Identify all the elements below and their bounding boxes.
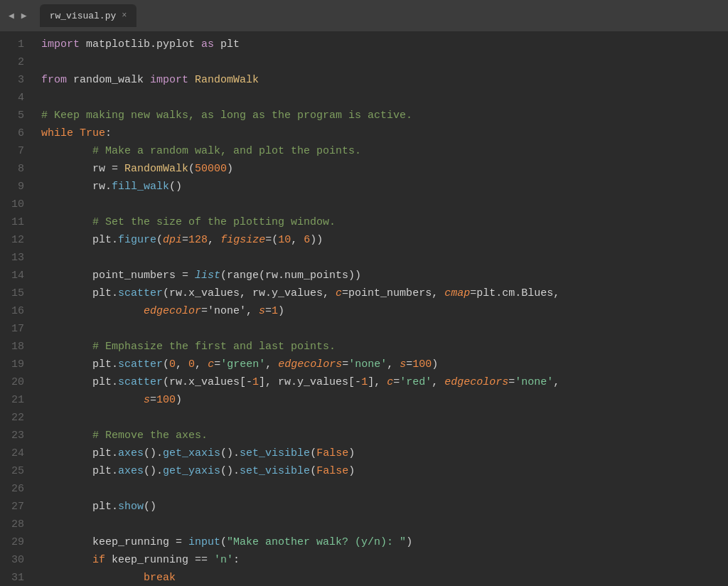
code-token: point_numbers = — [41, 270, 195, 282]
code-token: ='none', — [201, 305, 259, 317]
code-token: while — [41, 127, 73, 139]
table-row: # Make a random walk, and plot the point… — [41, 142, 721, 160]
nav-right-icon[interactable]: ▶ — [18, 9, 30, 23]
code-token: s — [144, 394, 150, 406]
table-row: from random_walk import RandomWalk — [41, 71, 721, 89]
table-row: plt.axes().get_yaxis().set_visible(False… — [41, 462, 721, 480]
table-row: point_numbers = list(range(rw.num_points… — [41, 267, 721, 284]
code-token: (rw.x_values[- — [163, 376, 252, 388]
code-token: plt. — [41, 501, 118, 513]
line-number: 4 — [0, 89, 34, 107]
code-token: = — [214, 358, 220, 371]
line-number: 19 — [0, 356, 34, 373]
line-number: 1 — [0, 36, 34, 53]
code-token: ) — [348, 447, 355, 459]
code-token — [41, 341, 92, 353]
code-token: set_visible — [240, 465, 310, 477]
code-token: plt. — [41, 465, 118, 477]
code-token: 'n' — [214, 554, 233, 566]
code-token: figsize — [220, 234, 265, 246]
tab-close-icon[interactable]: × — [122, 11, 127, 21]
table-row: plt.show() — [41, 498, 721, 516]
nav-left-icon[interactable]: ◀ — [6, 9, 17, 23]
table-row: plt.scatter(0, 0, c='green', edgecolors=… — [41, 356, 721, 373]
line-number: 17 — [0, 320, 34, 338]
code-token: from — [41, 74, 67, 86]
code-token: ) — [432, 358, 438, 371]
line-number: 20 — [0, 373, 34, 391]
code-token: 0 — [188, 358, 195, 371]
code-token: plt — [214, 38, 240, 50]
table-row: while True: — [41, 124, 721, 142]
code-token: = — [508, 376, 515, 388]
code-token: plt. — [41, 234, 118, 246]
code-token: edgecolors — [278, 358, 342, 371]
code-token: plt. — [41, 287, 118, 299]
code-token: , — [208, 234, 220, 246]
line-number: 3 — [0, 71, 34, 89]
line-number: 13 — [0, 249, 34, 267]
table-row: if keep_running == 'n': — [41, 551, 721, 569]
code-token: = — [342, 358, 348, 371]
code-token: 'none' — [515, 376, 553, 388]
code-content[interactable]: import matplotlib.pyplot as plt from ran… — [34, 31, 728, 586]
table-row: # Emphasize the first and last points. — [41, 338, 721, 356]
table-row — [41, 249, 721, 267]
code-token: c — [208, 358, 214, 371]
code-token: (). — [220, 447, 240, 459]
code-token: show — [118, 501, 144, 513]
table-row — [41, 409, 721, 427]
code-token: 1 — [361, 376, 368, 388]
line-number: 25 — [0, 462, 34, 480]
line-number: 26 — [0, 480, 34, 498]
table-row: edgecolor='none', s=1) — [41, 302, 721, 320]
line-number: 28 — [0, 516, 34, 533]
code-token: =point_numbers, — [342, 287, 444, 299]
table-row — [41, 320, 721, 338]
code-token: True — [80, 127, 105, 139]
code-token: scatter — [118, 376, 163, 388]
code-token: edgecolors — [444, 376, 508, 388]
line-number: 18 — [0, 338, 34, 356]
code-token: if — [92, 554, 105, 566]
code-token: , — [553, 376, 560, 388]
table-row: break — [41, 569, 721, 586]
table-row: plt.axes().get_xaxis().set_visible(False… — [41, 444, 721, 462]
line-number: 24 — [0, 444, 34, 462]
code-token: 10 — [278, 234, 291, 246]
table-row — [41, 89, 721, 107]
code-token: ( — [163, 358, 169, 371]
code-token: ], rw.y_values[- — [259, 376, 361, 388]
code-token: ], — [368, 376, 387, 388]
code-token: keep_running == — [105, 554, 214, 566]
code-token: (). — [144, 465, 163, 477]
table-row: plt.scatter(rw.x_values, rw.y_values, c=… — [41, 284, 721, 302]
code-token: matplotlib.pyplot — [80, 38, 201, 50]
code-token: , — [265, 358, 278, 371]
code-token: fill_walk — [112, 181, 169, 193]
code-token: list — [195, 270, 220, 282]
code-token: : — [233, 554, 240, 566]
code-token: rw = — [41, 163, 124, 175]
code-token: import — [150, 74, 188, 86]
title-bar: ◀ ▶ rw_visual.py × — [0, 0, 728, 31]
code-token: : — [105, 127, 112, 139]
code-token: ) — [176, 394, 182, 406]
code-token — [41, 145, 92, 157]
code-token: s — [259, 305, 265, 317]
code-token: "Make another walk? (y/n): " — [227, 536, 406, 548]
code-token: ( — [220, 536, 227, 548]
code-token: 'none' — [348, 358, 387, 371]
code-token: 6 — [304, 234, 310, 246]
code-token: = — [150, 394, 156, 406]
code-token: (). — [220, 465, 240, 477]
code-token: plt. — [41, 376, 118, 388]
line-number: 10 — [0, 196, 34, 213]
line-number: 29 — [0, 533, 34, 551]
nav-arrows[interactable]: ◀ ▶ — [6, 9, 30, 23]
line-number: 11 — [0, 213, 34, 231]
table-row: s=100) — [41, 391, 721, 409]
code-token: ( — [156, 234, 163, 246]
file-tab[interactable]: rw_visual.py × — [40, 4, 137, 27]
line-number: 23 — [0, 427, 34, 444]
